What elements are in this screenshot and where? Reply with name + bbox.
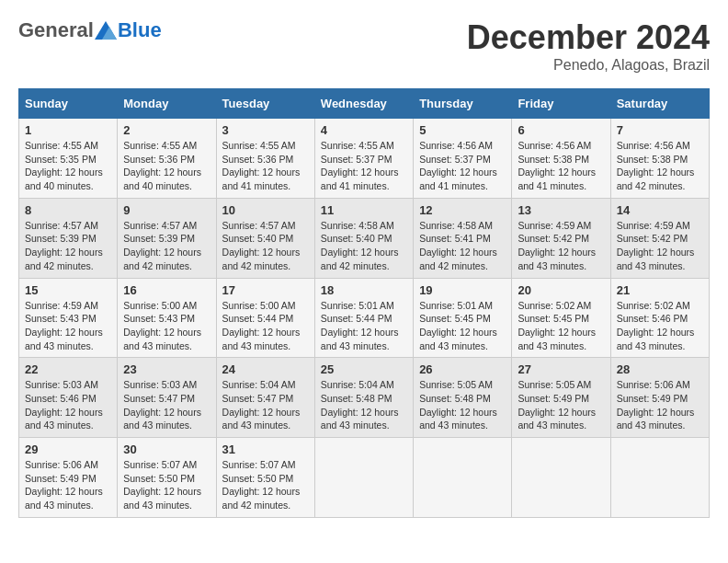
day-number: 19 <box>419 283 506 297</box>
day-info: Sunrise: 5:01 AMSunset: 5:45 PMDaylight:… <box>419 299 506 353</box>
day-info: Sunrise: 4:57 AMSunset: 5:39 PMDaylight:… <box>123 219 210 273</box>
day-cell: 29 Sunrise: 5:06 AMSunset: 5:49 PMDaylig… <box>19 438 118 518</box>
day-info: Sunrise: 4:58 AMSunset: 5:41 PMDaylight:… <box>419 219 506 273</box>
day-cell: 21 Sunrise: 5:02 AMSunset: 5:46 PMDaylig… <box>610 278 709 358</box>
day-number: 31 <box>222 442 309 456</box>
calendar-week-row: 1 Sunrise: 4:55 AMSunset: 5:35 PMDayligh… <box>19 119 710 199</box>
logo-general-text: General <box>18 18 94 42</box>
calendar-week-row: 8 Sunrise: 4:57 AMSunset: 5:39 PMDayligh… <box>19 198 710 278</box>
day-number: 2 <box>123 123 210 137</box>
calendar-week-row: 15 Sunrise: 4:59 AMSunset: 5:43 PMDaylig… <box>19 278 710 358</box>
day-number: 21 <box>617 283 703 297</box>
day-number: 25 <box>321 362 407 376</box>
day-cell: 9 Sunrise: 4:57 AMSunset: 5:39 PMDayligh… <box>118 198 216 278</box>
day-info: Sunrise: 5:04 AMSunset: 5:48 PMDaylight:… <box>321 378 407 432</box>
header-monday: Monday <box>118 89 216 119</box>
day-number: 13 <box>518 203 604 217</box>
day-cell: 8 Sunrise: 4:57 AMSunset: 5:39 PMDayligh… <box>19 198 118 278</box>
header-saturday: Saturday <box>610 89 709 119</box>
day-cell: 25 Sunrise: 5:04 AMSunset: 5:48 PMDaylig… <box>314 358 413 438</box>
day-info: Sunrise: 5:00 AMSunset: 5:44 PMDaylight:… <box>222 299 309 353</box>
day-number: 15 <box>25 283 111 297</box>
title-section: December 2024 Penedo, Alagoas, Brazil <box>467 18 710 74</box>
day-cell: 23 Sunrise: 5:03 AMSunset: 5:47 PMDaylig… <box>118 358 216 438</box>
day-cell: 14 Sunrise: 4:59 AMSunset: 5:42 PMDaylig… <box>610 198 709 278</box>
day-cell: 3 Sunrise: 4:55 AMSunset: 5:36 PMDayligh… <box>216 119 314 199</box>
day-cell: 20 Sunrise: 5:02 AMSunset: 5:45 PMDaylig… <box>512 278 610 358</box>
logo-blue-text: Blue <box>118 18 162 42</box>
empty-cell <box>414 438 512 518</box>
day-number: 5 <box>419 123 506 137</box>
day-cell: 28 Sunrise: 5:06 AMSunset: 5:49 PMDaylig… <box>610 358 709 438</box>
day-number: 29 <box>25 442 111 456</box>
day-info: Sunrise: 5:02 AMSunset: 5:46 PMDaylight:… <box>617 299 703 353</box>
day-info: Sunrise: 5:06 AMSunset: 5:49 PMDaylight:… <box>617 378 703 432</box>
day-cell: 27 Sunrise: 5:05 AMSunset: 5:49 PMDaylig… <box>512 358 610 438</box>
header-friday: Friday <box>512 89 610 119</box>
day-number: 8 <box>25 203 111 217</box>
header-sunday: Sunday <box>19 89 118 119</box>
empty-cell <box>512 438 610 518</box>
day-info: Sunrise: 4:55 AMSunset: 5:35 PMDaylight:… <box>25 139 111 193</box>
day-cell: 13 Sunrise: 4:59 AMSunset: 5:42 PMDaylig… <box>512 198 610 278</box>
empty-cell <box>314 438 413 518</box>
day-cell: 30 Sunrise: 5:07 AMSunset: 5:50 PMDaylig… <box>118 438 216 518</box>
day-cell: 2 Sunrise: 4:55 AMSunset: 5:36 PMDayligh… <box>118 119 216 199</box>
day-number: 6 <box>518 123 604 137</box>
day-number: 28 <box>617 362 703 376</box>
logo-icon <box>95 21 117 40</box>
day-cell: 22 Sunrise: 5:03 AMSunset: 5:46 PMDaylig… <box>19 358 118 438</box>
month-title: December 2024 <box>467 18 710 57</box>
day-number: 23 <box>123 362 210 376</box>
header-wednesday: Wednesday <box>314 89 413 119</box>
day-number: 3 <box>222 123 309 137</box>
day-cell: 12 Sunrise: 4:58 AMSunset: 5:41 PMDaylig… <box>414 198 512 278</box>
day-number: 9 <box>123 203 210 217</box>
day-number: 4 <box>321 123 407 137</box>
day-number: 27 <box>518 362 604 376</box>
day-cell: 19 Sunrise: 5:01 AMSunset: 5:45 PMDaylig… <box>414 278 512 358</box>
day-info: Sunrise: 4:55 AMSunset: 5:37 PMDaylight:… <box>321 139 407 193</box>
day-number: 12 <box>419 203 506 217</box>
day-cell: 15 Sunrise: 4:59 AMSunset: 5:43 PMDaylig… <box>19 278 118 358</box>
weekday-header-row: Sunday Monday Tuesday Wednesday Thursday… <box>19 89 710 119</box>
day-info: Sunrise: 4:55 AMSunset: 5:36 PMDaylight:… <box>123 139 210 193</box>
day-number: 18 <box>321 283 407 297</box>
day-info: Sunrise: 4:59 AMSunset: 5:43 PMDaylight:… <box>25 299 111 353</box>
day-number: 14 <box>617 203 703 217</box>
day-cell: 6 Sunrise: 4:56 AMSunset: 5:38 PMDayligh… <box>512 119 610 199</box>
day-info: Sunrise: 4:56 AMSunset: 5:37 PMDaylight:… <box>419 139 506 193</box>
day-info: Sunrise: 4:56 AMSunset: 5:38 PMDaylight:… <box>617 139 703 193</box>
day-info: Sunrise: 4:58 AMSunset: 5:40 PMDaylight:… <box>321 219 407 273</box>
day-number: 30 <box>123 442 210 456</box>
page-header: General Blue December 2024 Penedo, Alago… <box>18 18 710 74</box>
calendar-week-row: 22 Sunrise: 5:03 AMSunset: 5:46 PMDaylig… <box>19 358 710 438</box>
location-subtitle: Penedo, Alagoas, Brazil <box>467 57 710 74</box>
day-cell: 1 Sunrise: 4:55 AMSunset: 5:35 PMDayligh… <box>19 119 118 199</box>
day-cell: 10 Sunrise: 4:57 AMSunset: 5:40 PMDaylig… <box>216 198 314 278</box>
day-number: 7 <box>617 123 703 137</box>
day-number: 26 <box>419 362 506 376</box>
day-cell: 4 Sunrise: 4:55 AMSunset: 5:37 PMDayligh… <box>314 119 413 199</box>
day-info: Sunrise: 4:55 AMSunset: 5:36 PMDaylight:… <box>222 139 309 193</box>
day-number: 11 <box>321 203 407 217</box>
day-info: Sunrise: 4:57 AMSunset: 5:39 PMDaylight:… <box>25 219 111 273</box>
calendar-table: Sunday Monday Tuesday Wednesday Thursday… <box>18 88 710 518</box>
day-cell: 24 Sunrise: 5:04 AMSunset: 5:47 PMDaylig… <box>216 358 314 438</box>
day-number: 22 <box>25 362 111 376</box>
day-info: Sunrise: 5:03 AMSunset: 5:47 PMDaylight:… <box>123 378 210 432</box>
day-number: 17 <box>222 283 309 297</box>
day-info: Sunrise: 5:05 AMSunset: 5:48 PMDaylight:… <box>419 378 506 432</box>
day-cell: 26 Sunrise: 5:05 AMSunset: 5:48 PMDaylig… <box>414 358 512 438</box>
day-cell: 11 Sunrise: 4:58 AMSunset: 5:40 PMDaylig… <box>314 198 413 278</box>
day-info: Sunrise: 4:57 AMSunset: 5:40 PMDaylight:… <box>222 219 309 273</box>
empty-cell <box>610 438 709 518</box>
day-info: Sunrise: 5:04 AMSunset: 5:47 PMDaylight:… <box>222 378 309 432</box>
day-info: Sunrise: 5:07 AMSunset: 5:50 PMDaylight:… <box>123 458 210 512</box>
day-info: Sunrise: 5:02 AMSunset: 5:45 PMDaylight:… <box>518 299 604 353</box>
day-cell: 31 Sunrise: 5:07 AMSunset: 5:50 PMDaylig… <box>216 438 314 518</box>
day-info: Sunrise: 5:01 AMSunset: 5:44 PMDaylight:… <box>321 299 407 353</box>
day-cell: 16 Sunrise: 5:00 AMSunset: 5:43 PMDaylig… <box>118 278 216 358</box>
day-number: 20 <box>518 283 604 297</box>
logo: General Blue <box>18 18 162 42</box>
